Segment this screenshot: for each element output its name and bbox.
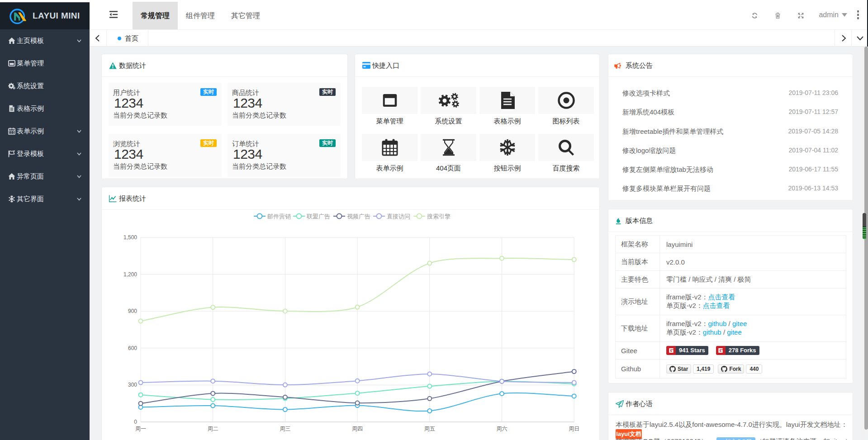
svg-text:周六: 周六 xyxy=(497,426,508,432)
svg-text:300: 300 xyxy=(128,382,137,388)
svg-text:直接访问: 直接访问 xyxy=(387,213,410,220)
svg-text:900: 900 xyxy=(128,308,137,314)
svg-text:周一: 周一 xyxy=(135,426,146,432)
svg-text:联盟广告: 联盟广告 xyxy=(306,213,330,220)
svg-text:周三: 周三 xyxy=(280,426,290,432)
svg-text:周五: 周五 xyxy=(424,426,435,432)
svg-text:1,200: 1,200 xyxy=(123,271,137,278)
svg-text:邮件营销: 邮件营销 xyxy=(267,213,291,220)
svg-text:1,500: 1,500 xyxy=(123,234,137,241)
svg-text:视频广告: 视频广告 xyxy=(347,213,370,220)
svg-text:周四: 周四 xyxy=(352,426,363,432)
svg-text:600: 600 xyxy=(128,345,137,351)
svg-text:搜索引擎: 搜索引擎 xyxy=(427,213,451,220)
svg-text:0: 0 xyxy=(134,419,137,425)
svg-text:周日: 周日 xyxy=(569,426,579,432)
svg-text:周二: 周二 xyxy=(208,426,218,432)
